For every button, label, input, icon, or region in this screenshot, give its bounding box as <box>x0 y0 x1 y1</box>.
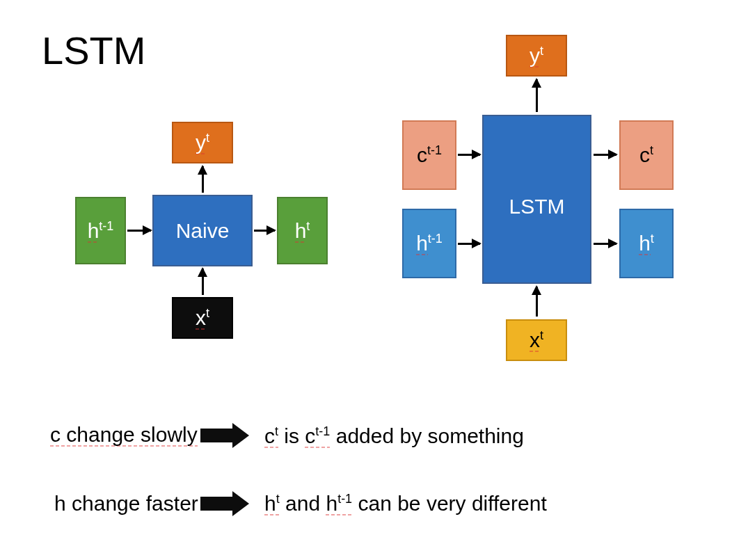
slide-title: LSTM <box>42 28 145 73</box>
naive-h-prev-label: ht-1 <box>88 219 114 243</box>
naive-h-next-box: ht <box>277 197 328 264</box>
note-c-slow-left: c change slowly <box>50 423 198 447</box>
lstm-h-next-box: ht <box>619 209 674 278</box>
slide-diagram: LSTM Naive ht-1 ht yt xt <box>0 0 748 560</box>
block-arrow-2 <box>200 491 249 516</box>
lstm-h-next-label: ht <box>639 232 654 255</box>
lstm-h-prev-label: ht-1 <box>416 232 443 255</box>
lstm-x-box: xt <box>506 319 567 361</box>
naive-h-next-label: ht <box>295 219 310 243</box>
lstm-c-prev-box: ct-1 <box>402 120 456 190</box>
lstm-center-label: LSTM <box>509 195 564 218</box>
lstm-y-label: yt <box>530 44 543 67</box>
naive-x-box: xt <box>172 297 233 339</box>
arrow-lstm-center-to-y <box>536 79 538 112</box>
naive-h-prev-box: ht-1 <box>75 197 126 264</box>
arrow-lstm-hprev-to-center <box>458 243 480 245</box>
naive-center-label: Naive <box>176 219 230 243</box>
lstm-center-box: LSTM <box>482 115 591 284</box>
arrow-naive-x-to-center <box>202 269 204 295</box>
arrow-lstm-cprev-to-center <box>458 154 480 156</box>
arrow-naive-center-to-hnext <box>254 230 275 232</box>
arrow-naive-hprev-to-center <box>127 230 151 232</box>
naive-center-box: Naive <box>152 195 253 266</box>
lstm-c-next-box: ct <box>619 120 674 190</box>
lstm-x-label: xt <box>530 328 543 352</box>
arrow-naive-center-to-y <box>202 166 204 193</box>
note-h-fast-right: ht and ht-1 can be very different <box>264 492 547 515</box>
arrow-lstm-center-to-hnext <box>594 243 616 245</box>
naive-x-label: xt <box>196 306 209 330</box>
lstm-c-next-label: ct <box>639 143 653 167</box>
naive-y-box: yt <box>172 122 233 163</box>
block-arrow-1 <box>200 423 249 448</box>
note-h-fast-left: h change faster <box>54 492 198 515</box>
arrow-lstm-x-to-center <box>536 287 538 317</box>
naive-y-label: yt <box>196 131 209 154</box>
lstm-c-prev-label: ct-1 <box>417 143 442 167</box>
note-c-slow-right: ct is ct-1 added by something <box>264 424 524 448</box>
lstm-h-prev-box: ht-1 <box>402 209 456 278</box>
arrow-lstm-center-to-cnext <box>594 154 616 156</box>
lstm-y-box: yt <box>506 35 567 77</box>
